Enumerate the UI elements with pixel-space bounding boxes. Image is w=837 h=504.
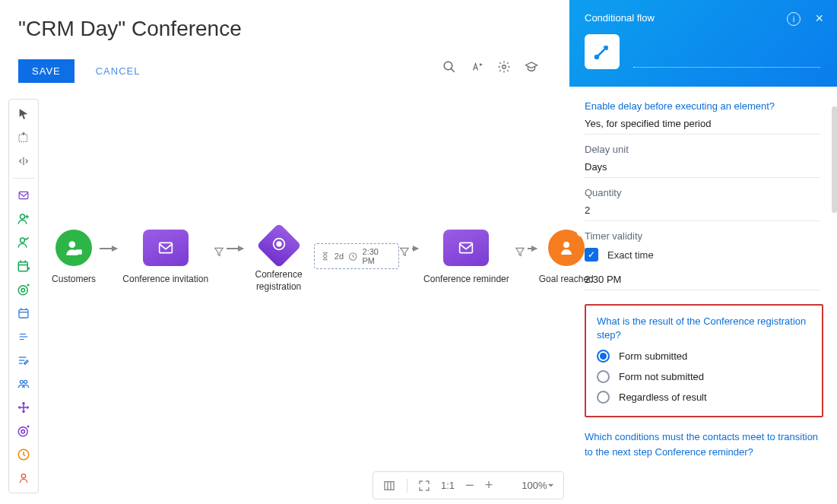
- group-icon[interactable]: [14, 376, 33, 392]
- svg-point-33: [24, 380, 27, 383]
- svg-point-8: [21, 214, 25, 219]
- radio-icon: [597, 370, 610, 383]
- delay-question[interactable]: Enable delay before executing an element…: [585, 100, 834, 112]
- top-icons: [442, 59, 539, 74]
- zoom-toolbar: 1:1 − + 100%: [373, 471, 564, 499]
- email-node-2[interactable]: Conference reminder: [418, 230, 514, 286]
- filter-icon[interactable]: [214, 246, 227, 260]
- add-selection-icon[interactable]: [14, 129, 33, 146]
- svg-point-19: [21, 289, 25, 293]
- reg-label: Conference registration: [243, 269, 314, 293]
- email1-label: Conference invitation: [122, 274, 208, 286]
- filter-icon[interactable]: [399, 246, 413, 260]
- panel-name-input[interactable]: [633, 67, 820, 68]
- columns-icon[interactable]: [382, 480, 396, 492]
- scrollbar[interactable]: [832, 106, 837, 213]
- timer-icon[interactable]: [14, 446, 33, 463]
- svg-rect-48: [460, 242, 473, 252]
- action-bar: SAVE CANCEL: [18, 59, 140, 83]
- svg-line-1: [451, 68, 455, 72]
- delay-time: 2:30 PM: [363, 247, 392, 265]
- panel-header: Conditional flow i ×: [569, 0, 837, 87]
- start-node[interactable]: Customers: [48, 230, 100, 286]
- svg-point-18: [18, 286, 27, 295]
- list-icon[interactable]: [14, 328, 33, 345]
- arrow-icon: [528, 248, 537, 249]
- arrow-icon: [227, 248, 243, 249]
- save-button[interactable]: SAVE: [18, 59, 75, 83]
- svg-rect-44: [159, 242, 172, 252]
- svg-point-32: [20, 380, 23, 383]
- unit-value[interactable]: Days: [585, 157, 820, 178]
- scale-label[interactable]: 1:1: [441, 480, 455, 491]
- fit-width-icon[interactable]: [14, 153, 33, 170]
- email-tool-icon[interactable]: [14, 187, 33, 204]
- radio-label: Regardless of result: [619, 391, 707, 403]
- filter-icon[interactable]: [515, 246, 528, 260]
- svg-point-49: [563, 242, 569, 248]
- svg-rect-22: [19, 309, 28, 318]
- event-add-icon[interactable]: [14, 258, 33, 274]
- add-audience-icon[interactable]: [14, 211, 33, 227]
- radio-icon: [597, 350, 610, 363]
- result-section: What is the result of the Conference reg…: [585, 304, 823, 417]
- svg-point-0: [444, 62, 452, 70]
- registration-node[interactable]: Conference registration: [243, 230, 314, 293]
- svg-point-37: [21, 430, 25, 434]
- search-icon[interactable]: [442, 59, 457, 74]
- exact-time-label: Exact time: [607, 249, 654, 261]
- svg-rect-12: [18, 262, 27, 271]
- svg-point-36: [18, 427, 27, 436]
- close-icon[interactable]: ×: [815, 11, 823, 27]
- calendar-icon[interactable]: [14, 305, 33, 322]
- start-label: Customers: [52, 274, 96, 286]
- radio-option[interactable]: Form not submitted: [597, 370, 811, 383]
- conditions-question[interactable]: Which conditions must the contacts meet …: [585, 430, 820, 459]
- list-edit-icon[interactable]: [14, 352, 33, 369]
- radio-label: Form submitted: [619, 350, 687, 362]
- info-icon[interactable]: i: [787, 12, 801, 26]
- flow-type-icon: [585, 34, 620, 69]
- delay-indicator[interactable]: 2d 2:30 PM: [314, 243, 399, 269]
- move-icon[interactable]: [14, 399, 33, 416]
- target-plus-icon[interactable]: [14, 423, 33, 439]
- svg-rect-43: [75, 249, 82, 255]
- radio-label: Form not submitted: [619, 371, 704, 382]
- settings-icon[interactable]: [496, 59, 512, 74]
- qty-value[interactable]: 2: [585, 200, 820, 221]
- radio-icon: [597, 391, 610, 404]
- radio-option[interactable]: Form submitted: [597, 350, 811, 363]
- side-panel: Conditional flow i × Enable delay before…: [569, 0, 837, 504]
- exact-time-checkbox[interactable]: ✓: [585, 248, 598, 262]
- svg-point-46: [277, 242, 281, 246]
- user-icon[interactable]: [14, 470, 33, 487]
- cancel-button[interactable]: CANCEL: [96, 65, 141, 77]
- svg-point-42: [69, 241, 76, 248]
- fit-icon[interactable]: [418, 480, 430, 492]
- time-value[interactable]: 2:30 PM: [585, 269, 820, 290]
- result-question[interactable]: What is the result of the Conference reg…: [597, 315, 811, 342]
- unit-label: Delay unit: [585, 144, 834, 155]
- flow-row: Customers Conference invitation Conferen…: [48, 230, 596, 293]
- arrow-icon: [412, 248, 418, 249]
- svg-point-53: [595, 55, 598, 59]
- zoom-pct[interactable]: 100%: [522, 480, 553, 491]
- arrow-icon: [100, 248, 117, 249]
- page-title: "CRM Day" Conference: [18, 17, 242, 41]
- svg-rect-3: [19, 135, 27, 141]
- delay-answer[interactable]: Yes, for specified time period: [585, 113, 820, 135]
- radio-option[interactable]: Regardless of result: [597, 391, 811, 404]
- pointer-tool-icon[interactable]: [14, 106, 33, 122]
- target-add-icon[interactable]: [14, 281, 33, 298]
- svg-point-2: [503, 65, 506, 69]
- zoom-out-icon[interactable]: −: [465, 477, 474, 494]
- font-icon[interactable]: [469, 59, 484, 74]
- validity-label: Timer validity: [585, 230, 834, 242]
- email2-label: Conference reminder: [423, 274, 509, 286]
- zoom-in-icon[interactable]: +: [485, 477, 493, 493]
- flow-canvas[interactable]: Customers Conference invitation Conferen…: [42, 99, 566, 494]
- email-node-1[interactable]: Conference invitation: [117, 230, 213, 286]
- delay-duration: 2d: [334, 252, 344, 261]
- graduation-icon[interactable]: [524, 59, 539, 74]
- audience-check-icon[interactable]: [14, 234, 33, 251]
